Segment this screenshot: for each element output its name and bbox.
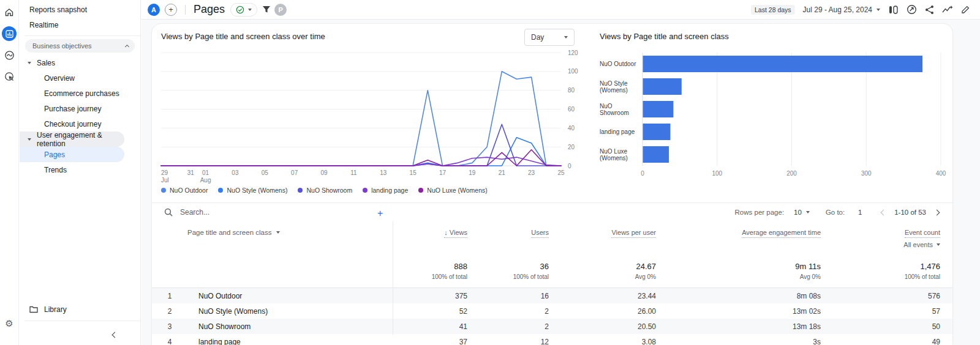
property-avatar[interactable]: A (148, 4, 160, 16)
pagination-range: 1-10 of 53 (894, 209, 926, 216)
dimension-header[interactable]: Page title and screen class (187, 229, 280, 236)
legend-dot-icon (218, 188, 223, 193)
home-icon (4, 7, 14, 17)
row-views: 52 (459, 307, 467, 316)
svg-text:20: 20 (568, 144, 575, 150)
previous-page-icon[interactable] (881, 209, 887, 215)
sort-desc-icon: ↓ (444, 229, 448, 236)
insights-gauge-icon[interactable] (907, 4, 917, 15)
search-input[interactable] (179, 207, 314, 217)
row-users: 2 (545, 322, 549, 331)
next-page-icon[interactable] (934, 209, 940, 215)
sidebar-item-business-objectives[interactable]: Business objectives (25, 39, 135, 53)
column-header-users[interactable]: Users (531, 229, 549, 238)
row-views: 41 (459, 322, 467, 331)
legend-item-nuo-luxe-womens: NuO Luxe (Womens) (418, 187, 487, 194)
sidebar-item-purchase-journey[interactable]: Purchase journey (20, 101, 140, 116)
legend-dot-icon (363, 188, 368, 193)
bar-category-labels: NuO OutdoorNuO Style (Womens)NuO Showroo… (600, 53, 640, 166)
folder-icon (29, 306, 38, 313)
bar-label-nuo-showroom: NuO Showroom (600, 98, 640, 121)
sidebar-item-sales[interactable]: Sales (20, 55, 140, 70)
sidebar-item-label: Ecommerce purchases (44, 89, 119, 98)
sidebar-item-checkout-journey[interactable]: Checkout journey (20, 116, 140, 132)
event-filter-value: All events (903, 241, 933, 248)
sidebar-item-ecommerce-purchases[interactable]: Ecommerce purchases (20, 86, 140, 101)
sidebar-item-library[interactable]: Library (20, 302, 140, 317)
column-header-views-per-user[interactable]: Views per user (611, 229, 656, 238)
date-range-selector[interactable]: Jul 29 - Aug 25, 2024 (803, 6, 880, 14)
svg-text:Aug: Aug (200, 177, 211, 184)
granularity-dropdown[interactable]: Day (524, 29, 575, 46)
filter-funnel-icon (262, 6, 271, 13)
sidebar-item-pages[interactable]: Pages (20, 147, 124, 162)
check-circle-icon (236, 6, 244, 14)
totals-views-per-user: 24.67 Avg 0% (635, 262, 656, 280)
legend-item-landing-page: landing page (363, 187, 408, 194)
insights-sparkline-icon[interactable] (942, 5, 953, 14)
svg-text:31: 31 (187, 169, 195, 176)
table-header-row: Page title and screen class ↓ Views User… (152, 221, 952, 252)
totals-views: 888 100% of total (432, 262, 467, 280)
svg-text:17: 17 (439, 169, 447, 176)
svg-text:29: 29 (161, 169, 168, 176)
saved-status-pill[interactable] (230, 3, 257, 17)
filter-icon[interactable] (262, 6, 271, 13)
bar-chart-title: Views by Page title and screen class (600, 32, 729, 41)
row-avg-engagement-time: 8m 08s (797, 292, 821, 300)
svg-text:Jul: Jul (161, 177, 169, 184)
line-series-landing-page (161, 157, 561, 166)
row-index: 1 (168, 292, 172, 300)
sidebar-item-label: Reports snapshot (29, 6, 87, 14)
goto-page-input[interactable] (853, 208, 867, 217)
collapse-sidebar-icon[interactable] (112, 332, 118, 338)
divider (24, 321, 140, 321)
bar-label-nuo-luxe-womens: NuO Luxe (Womens) (600, 143, 640, 166)
reports-icon[interactable] (2, 26, 17, 41)
svg-text:15: 15 (410, 169, 417, 176)
collaborator-avatar[interactable]: P (274, 4, 287, 16)
table-body: 1NuO Outdoor3751623.448m 08s5762NuO Styl… (152, 288, 952, 345)
svg-text:21: 21 (499, 169, 506, 176)
share-icon[interactable] (925, 5, 934, 15)
edit-pencil-icon[interactable] (961, 5, 970, 14)
add-report-button[interactable]: + (165, 4, 177, 16)
sidebar-item-trends[interactable]: Trends (20, 162, 140, 177)
sidebar-item-user-engagement-retention[interactable]: User engagement & retention (20, 132, 124, 147)
bar-landing-page (643, 124, 671, 140)
legend-label: NuO Showroom (306, 187, 352, 194)
column-header-views[interactable]: ↓ Views (444, 229, 467, 238)
rows-per-page-select[interactable]: 10 (794, 209, 810, 216)
column-header-avg-engagement-time[interactable]: Average engagement time (742, 229, 821, 238)
svg-text:09: 09 (320, 169, 328, 176)
caret-down-icon (276, 231, 280, 234)
advertising-icon (4, 72, 15, 82)
add-column-button[interactable]: + (377, 208, 383, 219)
sidebar-item-label: Realtime (29, 21, 58, 29)
row-avg-engagement-time: 13m 02s (793, 307, 821, 316)
report-card: Views by Page title and screen class ove… (151, 23, 953, 345)
legend-item-nuo-style-womens: NuO Style (Womens) (218, 187, 287, 194)
sidebar-item-overview[interactable]: Overview (20, 70, 140, 86)
settings-gear-icon[interactable]: ⚙ (5, 319, 13, 328)
totals-users: 36 100% of total (513, 262, 549, 280)
nav-rail: ⚙ (0, 0, 19, 345)
add-comparison-icon[interactable] (888, 5, 899, 15)
svg-text:23: 23 (528, 169, 535, 176)
home-icon[interactable] (2, 5, 17, 20)
rows-per-page-value: 10 (794, 209, 802, 216)
advertising-icon[interactable] (2, 69, 17, 84)
sidebar-item-label: User engagement & retention (37, 131, 124, 148)
column-header-event-count[interactable]: Event count All events (903, 229, 940, 248)
views-per-user-header-label: Views per user (611, 229, 656, 238)
date-preset-badge: Last 28 days (751, 5, 795, 15)
sidebar-item-realtime[interactable]: Realtime (20, 17, 140, 32)
sidebar-item-label: Business objectives (32, 42, 92, 50)
event-filter-dropdown[interactable]: All events (903, 241, 940, 248)
table-row: 1NuO Outdoor3751623.448m 08s576 (152, 288, 952, 303)
line-chart-title: Views by Page title and screen class ove… (161, 32, 325, 41)
analytics-app: ⚙ Reports snapshotRealtimeBusiness objec… (0, 0, 980, 345)
explore-icon[interactable] (2, 48, 17, 62)
sidebar-item-reports-snapshot[interactable]: Reports snapshot (20, 2, 140, 17)
bar-nuo-outdoor (643, 56, 923, 72)
